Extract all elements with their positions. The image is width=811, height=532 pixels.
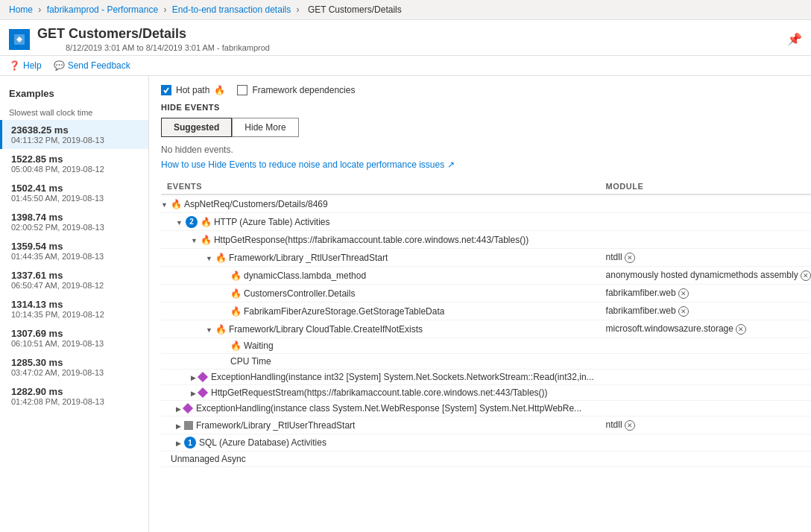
sidebar: Examples Slowest wall clock time 23638.2… (0, 76, 149, 532)
fire-icon-6: 🔥 (230, 306, 242, 317)
event-label-1: HTTP (Azure Table) Activities (214, 217, 330, 227)
event-name-cell-9: CPU Time (161, 354, 600, 370)
fire-icon-2: 🔥 (201, 235, 212, 245)
table-row: 🔥Framework/Library CloudTable.CreateIfNo… (161, 320, 811, 338)
expand-arrow-1[interactable] (176, 217, 183, 227)
sidebar-item-4[interactable]: 1359.54 ms 01:44:35 AM, 2019-08-13 (0, 236, 148, 265)
event-module-4: anonymously hosted dynamicmethods assemb… (600, 267, 811, 285)
sidebar-date-5: 06:50:47 AM, 2019-08-12 (11, 281, 139, 290)
event-label-6: FabrikamFiberAzureStorage.GetStorageTabl… (244, 306, 444, 317)
framework-deps-label: Framework dependencies (252, 85, 355, 95)
main-layout: Examples Slowest wall clock time 23638.2… (0, 76, 811, 532)
table-row: 🔥FabrikamFiberAzureStorage.GetStorageTab… (161, 303, 811, 320)
sidebar-date-6: 10:14:35 PM, 2019-08-12 (11, 310, 139, 319)
event-label-4: dynamicClass.lambda_method (244, 270, 366, 281)
hot-path-checkbox[interactable]: Hot path 🔥 (161, 85, 225, 95)
sidebar-item-1[interactable]: 1522.85 ms 05:00:48 PM, 2019-08-12 (0, 149, 148, 178)
breadcrumb-current: GET Customers/Details (308, 4, 402, 15)
page-icon (9, 29, 30, 50)
expand-arrow-13[interactable] (176, 420, 181, 431)
toolbar: ❓ Help 💬 Send Feedback (0, 56, 811, 76)
diamond-icon-11 (198, 387, 208, 398)
module-close-5[interactable]: ✕ (678, 288, 689, 299)
sidebar-item-5[interactable]: 1337.61 ms 06:50:47 AM, 2019-08-12 (0, 265, 148, 294)
module-name-7: microsoft.windowsazure.storage (606, 323, 733, 334)
module-close-3[interactable]: ✕ (625, 253, 635, 263)
sidebar-item-8[interactable]: 1285.30 ms 03:47:02 AM, 2019-08-13 (0, 352, 148, 381)
feedback-button[interactable]: 💬 Send Feedback (54, 60, 130, 71)
event-module-15 (600, 452, 811, 467)
sidebar-time-5: 1337.61 ms (11, 270, 139, 281)
fire-icon-8: 🔥 (230, 341, 242, 351)
module-icon-13 (184, 421, 193, 430)
table-row: 🔥Waiting19220.35 ms (161, 338, 811, 354)
events-table: EVENTS MODULE THREAD TIME TIMEL 🔥AspNetR… (161, 179, 811, 467)
sidebar-section-title: Slowest wall clock time (0, 102, 148, 120)
module-close-6[interactable]: ✕ (678, 306, 689, 317)
module-close-7[interactable]: ✕ (736, 324, 746, 335)
sidebar-date-4: 01:44:35 AM, 2019-08-13 (11, 252, 139, 261)
event-label-13: Framework/Library _RtlUserThreadStart (196, 420, 355, 431)
sidebar-item-0[interactable]: 23638.25 ms 04:11:32 PM, 2019-08-13 (0, 120, 148, 149)
framework-deps-checkbox[interactable]: Framework dependencies (237, 85, 355, 95)
sidebar-date-9: 01:42:08 PM, 2019-08-13 (11, 397, 139, 406)
event-label-12: ExceptionHandling(instance class System.… (196, 403, 581, 414)
expand-arrow-3[interactable] (206, 253, 212, 263)
event-label-9: CPU Time (230, 356, 271, 367)
expand-arrow-14[interactable] (176, 437, 181, 448)
expand-arrow-12[interactable] (176, 403, 181, 414)
sidebar-item-9[interactable]: 1282.90 ms 01:42:08 PM, 2019-08-13 (0, 381, 148, 411)
module-close-4[interactable]: ✕ (801, 270, 811, 281)
feedback-icon: 💬 (54, 60, 65, 71)
event-label-5: CustomersController.Details (244, 288, 355, 299)
table-row: 2🔥HTTP (Azure Table) Activities19223.24 … (161, 213, 811, 231)
sidebar-item-3[interactable]: 1398.74 ms 02:00:52 PM, 2019-08-13 (0, 207, 148, 236)
table-header-row: EVENTS MODULE THREAD TIME TIMEL (161, 179, 811, 194)
sidebar-time-3: 1398.74 ms (11, 212, 139, 223)
page-subtitle: 8/12/2019 3:01 AM to 8/14/2019 3:01 AM -… (66, 43, 270, 52)
breadcrumb: Home › fabrikamprod - Performance › End-… (0, 0, 811, 20)
sidebar-time-4: 1359.54 ms (11, 241, 139, 252)
expand-arrow-11[interactable] (191, 387, 196, 398)
fire-icon-1: 🔥 (201, 217, 212, 227)
breadcrumb-home[interactable]: Home (9, 4, 33, 15)
sidebar-time-9: 1282.90 ms (11, 386, 139, 397)
tab-hide-more[interactable]: Hide More (232, 118, 298, 137)
event-label-0: AspNetReq/Customers/Details/8469 (184, 199, 328, 209)
module-name-5: fabrikamfiber.web (606, 288, 676, 298)
event-label-3: Framework/Library _RtlUserThreadStart (229, 253, 388, 263)
event-name-cell-11: HttpGetRequestStream(https://fabrikamacc… (161, 385, 600, 401)
event-module-14 (600, 434, 811, 452)
table-row: 1SQL (Azure Database) Activities54.89 ms (161, 434, 811, 452)
event-module-3: ntdll ✕ (600, 249, 811, 267)
event-label-7: Framework/Library CloudTable.CreateIfNot… (229, 324, 423, 335)
module-name-3: ntdll (606, 252, 622, 262)
expand-arrow-10[interactable] (191, 372, 196, 382)
module-close-13[interactable]: ✕ (625, 420, 635, 431)
pin-icon[interactable]: 📌 (787, 32, 802, 46)
sidebar-item-7[interactable]: 1307.69 ms 06:10:51 AM, 2019-08-13 (0, 323, 148, 352)
table-row: ExceptionHandling(instance int32 [System… (161, 370, 811, 385)
hot-path-label: Hot path (176, 85, 209, 95)
table-row: CPU Time1.33 ms (161, 354, 811, 370)
tab-buttons: Suggested Hide More (161, 118, 799, 137)
sidebar-item-2[interactable]: 1502.41 ms 01:45:50 AM, 2019-08-13 (0, 178, 148, 207)
breadcrumb-e2e[interactable]: End-to-end transaction details (172, 4, 291, 15)
expand-arrow-7[interactable] (206, 324, 212, 335)
expand-arrow-0[interactable] (161, 199, 168, 209)
table-row: HttpGetRequestStream(https://fabrikamacc… (161, 385, 811, 401)
col-module: MODULE (600, 179, 811, 194)
help-button[interactable]: ❓ Help (9, 60, 42, 71)
tab-suggested[interactable]: Suggested (161, 118, 232, 137)
module-name-13: ntdll (606, 419, 622, 430)
sidebar-item-6[interactable]: 1314.13 ms 10:14:35 PM, 2019-08-12 (0, 294, 148, 323)
no-events-text: No hidden events. (161, 145, 799, 155)
event-module-1 (600, 213, 811, 231)
sidebar-date-2: 01:45:50 AM, 2019-08-13 (11, 194, 139, 203)
event-name-cell-1: 2🔥HTTP (Azure Table) Activities (161, 213, 600, 231)
breadcrumb-perf[interactable]: fabrikamprod - Performance (47, 4, 158, 15)
event-name-cell-0: 🔥AspNetReq/Customers/Details/8469 (161, 194, 600, 213)
expand-arrow-2[interactable] (191, 235, 198, 245)
learn-link[interactable]: How to use Hide Events to reduce noise a… (161, 159, 455, 170)
event-module-10 (600, 370, 811, 385)
